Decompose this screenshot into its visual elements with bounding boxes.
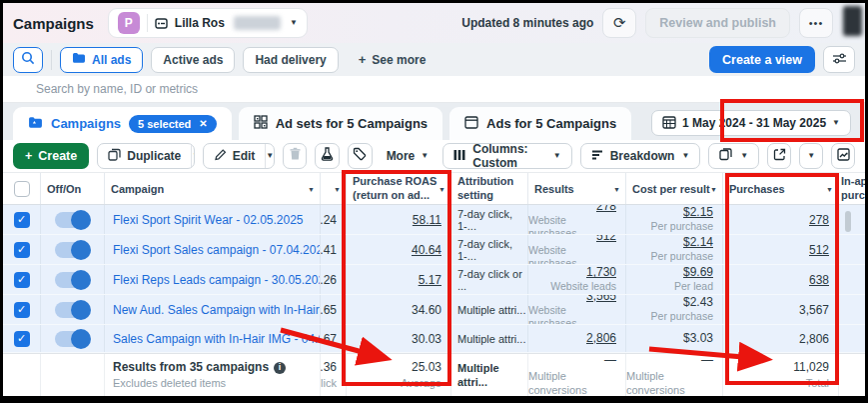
tab-adsets[interactable]: Ad sets for 5 Campaigns — [239, 107, 442, 140]
roas-cell: 40.64 — [347, 235, 451, 264]
create-button[interactable]: + Create — [13, 143, 89, 169]
row-checkbox[interactable]: ✓ — [14, 242, 30, 258]
refresh-button[interactable]: ⟳ — [602, 8, 636, 38]
footer-summary-cell: Results from 35 campaigns i Excludes del… — [105, 354, 321, 396]
top-bar: Campaigns P Lilla Ros ▼ Updated 8 minute… — [3, 3, 865, 43]
campaign-link[interactable]: New Aud. Sales Campaign with In-Hair IMG… — [113, 303, 321, 317]
clipped-metric-cell: .26 — [321, 265, 347, 294]
roas-value[interactable]: 5.17 — [419, 273, 441, 287]
columns-label: Columns: Custom — [472, 142, 546, 170]
footer-results-cell: — Multiple conversions — [528, 354, 626, 396]
duplicate-dropdown[interactable]: ▼ — [192, 144, 194, 168]
results-value[interactable]: 3,565 — [586, 295, 616, 304]
row-checkbox[interactable]: ✓ — [14, 272, 30, 288]
see-more-button[interactable]: + See more — [347, 47, 438, 73]
info-icon[interactable]: i — [274, 362, 286, 374]
campaign-on-off-toggle[interactable] — [55, 331, 90, 347]
campaign-link[interactable]: Sales Campaign with In-Hair IMG - 04.04.… — [113, 332, 321, 346]
row-checkbox-cell: ✓ — [3, 325, 41, 352]
row-checkbox[interactable]: ✓ — [14, 212, 30, 228]
export-button[interactable] — [767, 143, 791, 169]
cost-value[interactable]: $2.14 — [683, 235, 713, 250]
flask-icon — [321, 147, 334, 165]
account-name: Lilla Ros — [175, 16, 225, 30]
filter-active-ads[interactable]: Active ads — [151, 47, 235, 73]
sliders-icon — [832, 51, 847, 69]
row-checkbox[interactable]: ✓ — [14, 331, 30, 347]
ab-test-button[interactable] — [315, 143, 340, 169]
cost-value[interactable]: $2.15 — [683, 205, 713, 220]
edit-button[interactable]: Edit — [204, 144, 267, 168]
search-input[interactable] — [36, 82, 616, 96]
column-header-cost-per-result[interactable]: Cost per result ▼ — [626, 173, 723, 204]
in-app-cell — [839, 325, 865, 352]
purchases-value[interactable]: 638 — [809, 273, 829, 287]
campaign-link[interactable]: Flexi Reps Leads campaign - 30.05.2024 — [113, 273, 321, 287]
campaign-on-off-toggle[interactable] — [55, 272, 90, 288]
column-header-purchases[interactable]: Purchases ▼ — [723, 173, 839, 204]
filter-had-delivery[interactable]: Had delivery — [243, 47, 338, 73]
results-value[interactable]: 1,730 — [586, 265, 616, 280]
cost-sub-label: Per lead — [674, 280, 713, 293]
view-settings-button[interactable] — [823, 46, 855, 73]
cost-value[interactable]: $9.69 — [683, 265, 713, 280]
campaign-on-off-toggle[interactable] — [55, 302, 90, 318]
in-app-cell — [839, 235, 865, 264]
column-label: setting — [457, 189, 513, 203]
account-selector[interactable]: P Lilla Ros ▼ — [108, 8, 308, 38]
selection-badge: 5 selected ✕ — [129, 115, 217, 133]
tag-button[interactable] — [348, 143, 373, 169]
edit-dropdown[interactable]: ▼ — [266, 144, 274, 168]
attribution-cell: Multiple attri... — [451, 295, 528, 324]
results-value[interactable]: 278 — [596, 205, 616, 214]
roas-value[interactable]: 40.64 — [412, 243, 441, 257]
chevron-down-icon: ▼ — [553, 152, 561, 160]
results-value[interactable]: 512 — [596, 235, 616, 244]
campaign-name-cell: New Aud. Sales Campaign with In-Hair IMG… — [105, 295, 321, 324]
updated-status: Updated 8 minutes ago — [461, 16, 593, 30]
review-and-publish-button[interactable]: Review and publish — [645, 8, 790, 38]
export-dropdown-button[interactable]: ▼ — [799, 143, 823, 169]
breakdown-button[interactable]: Breakdown ▼ — [580, 143, 701, 169]
chevron-down-icon: ▼ — [613, 185, 620, 192]
more-menu-button[interactable]: More ▼ — [381, 149, 435, 163]
campaign-link[interactable]: Flexi Sport Sales campaign - 07.04.2025 — [113, 243, 321, 257]
column-header-clipped[interactable]: ▼ — [321, 173, 347, 204]
delete-button[interactable] — [283, 143, 308, 169]
reports-button[interactable]: ▼ — [708, 143, 759, 169]
campaign-link[interactable]: Flexi Sport Spirit Wear - 02.05.2025 — [113, 213, 304, 227]
create-a-view-button[interactable]: Create a view — [709, 46, 815, 73]
vertical-scrollbar[interactable] — [845, 211, 851, 232]
footer-results-value: — — [604, 354, 616, 369]
campaign-on-off-toggle[interactable] — [55, 212, 90, 228]
ads-manager-screen: Campaigns P Lilla Ros ▼ Updated 8 minute… — [0, 0, 868, 403]
column-header-purchase-roas[interactable]: Purchase ROAS (return on ad... ▼ — [347, 173, 451, 204]
roas-value[interactable]: 58.11 — [413, 213, 441, 227]
purchases-value[interactable]: 512 — [809, 243, 829, 257]
column-label: Results — [534, 183, 574, 195]
campaign-on-off-toggle[interactable] — [55, 242, 90, 258]
duplicate-button[interactable]: Duplicate — [98, 144, 192, 168]
row-checkbox[interactable]: ✓ — [14, 302, 30, 318]
duplicate-split-button: Duplicate ▼ — [97, 143, 194, 169]
more-options-button[interactable]: ••• — [799, 8, 833, 38]
search-filter-button[interactable] — [13, 47, 43, 73]
top-bar-actions: Updated 8 minutes ago ⟳ Review and publi… — [461, 8, 855, 38]
footer-results-sub: Multiple conversions — [528, 369, 616, 397]
filter-all-ads[interactable]: All ads — [60, 47, 143, 73]
results-value[interactable]: 2,806 — [586, 331, 616, 346]
purchases-value[interactable]: 278 — [809, 213, 829, 227]
tab-ads[interactable]: Ads for 5 Campaigns — [449, 107, 631, 140]
select-all-checkbox[interactable] — [14, 181, 30, 197]
folder-icon — [28, 116, 43, 132]
columns-button[interactable]: Columns: Custom ▼ — [442, 143, 571, 169]
date-range-selector[interactable]: 1 May 2024 - 31 May 2025 ▼ — [651, 110, 851, 136]
charts-button[interactable] — [831, 143, 855, 169]
row-toggle-cell — [41, 295, 105, 324]
tab-label: Campaigns — [51, 116, 121, 131]
selection-count: 5 selected — [138, 118, 191, 130]
tab-campaigns[interactable]: Campaigns 5 selected ✕ — [13, 107, 232, 140]
column-header-results[interactable]: Results ▼ — [528, 173, 626, 204]
clear-selection-icon[interactable]: ✕ — [199, 118, 207, 129]
column-header-campaign[interactable]: Campaign ▼ — [105, 173, 321, 204]
